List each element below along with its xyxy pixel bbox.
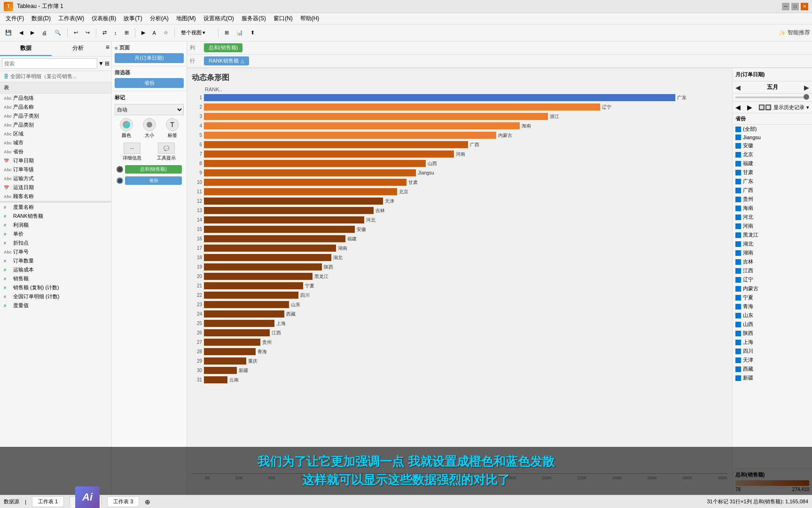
field-product-package[interactable]: Abc 产品包络 bbox=[0, 94, 111, 103]
province-item[interactable]: Jiangsu bbox=[733, 134, 812, 141]
field-rank-sales[interactable]: # RANK销售额 bbox=[0, 212, 111, 221]
bar[interactable] bbox=[204, 198, 383, 205]
province-item[interactable]: 河南 bbox=[733, 222, 812, 230]
col-pill[interactable]: 总和(销售额) bbox=[204, 43, 242, 52]
toolbar-back[interactable]: ◀ bbox=[16, 26, 26, 40]
row-pill[interactable]: RANK销售额 △ bbox=[204, 56, 249, 65]
province-checkbox[interactable] bbox=[735, 268, 741, 274]
toolbar-chart[interactable]: 📊 bbox=[233, 26, 246, 40]
province-checkbox[interactable] bbox=[735, 277, 741, 283]
close-btn[interactable]: ✕ bbox=[801, 3, 808, 10]
bar[interactable] bbox=[204, 329, 270, 336]
bar[interactable] bbox=[204, 94, 675, 101]
province-item[interactable]: 山西 bbox=[733, 320, 812, 329]
history-toggle[interactable]: 🔲🔲 显示历史记录 ▾ bbox=[758, 104, 809, 111]
province-checkbox[interactable] bbox=[735, 143, 741, 149]
province-checkbox[interactable] bbox=[735, 170, 741, 175]
sheet-tab-3[interactable]: 工作表 3 bbox=[107, 496, 139, 507]
toolbar-play[interactable]: ▶ bbox=[138, 26, 148, 40]
field-national-orders[interactable]: # 全国订单明细 (计数) bbox=[0, 292, 111, 301]
field-province[interactable]: Abc 省份 bbox=[0, 147, 111, 156]
menu-dashboard[interactable]: 仪表板(B) bbox=[88, 14, 120, 24]
bar[interactable] bbox=[204, 245, 336, 252]
toolbar-highlight[interactable]: ☆ bbox=[160, 26, 172, 40]
toolbar-add-label[interactable]: A bbox=[149, 26, 159, 40]
slider-thumb[interactable] bbox=[804, 94, 809, 100]
province-checkbox[interactable] bbox=[735, 259, 741, 265]
field-product-subcategory[interactable]: Abc 产品子类别 bbox=[0, 111, 111, 120]
field-customer[interactable]: Abc 顾客名称 bbox=[0, 192, 111, 201]
play-btn[interactable]: ◀ bbox=[735, 103, 741, 111]
province-field-pill[interactable]: 省份 bbox=[125, 176, 182, 185]
page-pill[interactable]: 月(订单日期) bbox=[115, 53, 184, 63]
toolbar-redo[interactable]: ↪ bbox=[82, 26, 93, 40]
field-order-qty[interactable]: # 订单数量 bbox=[0, 256, 111, 265]
bar[interactable] bbox=[204, 254, 331, 261]
bar[interactable] bbox=[204, 273, 312, 280]
bar[interactable] bbox=[204, 357, 246, 365]
toolbar-undo[interactable]: ↩ bbox=[70, 26, 81, 40]
province-checkbox[interactable] bbox=[735, 349, 741, 354]
bar[interactable] bbox=[204, 122, 520, 129]
play-btn2[interactable]: ▶ bbox=[747, 103, 752, 111]
field-measure-name[interactable]: # 度量名称 bbox=[0, 203, 111, 212]
mark-detail[interactable]: ··· 详细信息 bbox=[123, 143, 141, 161]
bar[interactable] bbox=[204, 216, 364, 223]
field-region[interactable]: Abc 区域 bbox=[0, 129, 111, 138]
province-item[interactable]: 天津 bbox=[733, 356, 812, 365]
province-checkbox[interactable] bbox=[735, 304, 741, 310]
smart-recommend[interactable]: ✨ 智能推荐 bbox=[779, 29, 810, 37]
province-item[interactable]: 吉林 bbox=[733, 257, 812, 266]
province-checkbox[interactable] bbox=[735, 322, 741, 327]
province-item[interactable]: 青海 bbox=[733, 302, 812, 311]
field-profit[interactable]: # 利润额 bbox=[0, 221, 111, 230]
menu-data[interactable]: 数据(D) bbox=[28, 14, 55, 24]
province-checkbox[interactable] bbox=[735, 206, 741, 211]
province-checkbox[interactable] bbox=[735, 375, 741, 381]
bar[interactable] bbox=[204, 263, 322, 270]
field-city[interactable]: Abc 城市 bbox=[0, 138, 111, 147]
sort-icon[interactable]: ⊞ bbox=[105, 60, 109, 67]
field-sales[interactable]: # 销售额 bbox=[0, 274, 111, 283]
province-item[interactable]: 广西 bbox=[733, 186, 812, 195]
province-item[interactable]: 宁夏 bbox=[733, 293, 812, 302]
province-item[interactable]: 湖北 bbox=[733, 239, 812, 248]
province-checkbox[interactable] bbox=[735, 331, 741, 336]
sales-field-pill[interactable]: 总和(销售额) bbox=[125, 165, 182, 174]
menu-help[interactable]: 帮助(H) bbox=[297, 14, 323, 24]
toolbar-view-select[interactable]: 整个视图 ▾ bbox=[178, 26, 215, 40]
toolbar-sort[interactable]: ↕ bbox=[111, 26, 120, 40]
datasource-tab[interactable]: 数据源 bbox=[4, 498, 19, 505]
toolbar-find[interactable]: 🔍 bbox=[51, 26, 64, 40]
province-item[interactable]: 黑龙江 bbox=[733, 230, 812, 239]
bar[interactable] bbox=[204, 226, 355, 233]
field-order-date[interactable]: 📅 订单日期 bbox=[0, 156, 111, 165]
toolbar-print[interactable]: 🖨 bbox=[39, 26, 50, 40]
mark-color[interactable]: 颜色 bbox=[120, 118, 133, 139]
province-item[interactable]: 内蒙古 bbox=[733, 284, 812, 293]
field-discount[interactable]: # 折扣点 bbox=[0, 238, 111, 247]
province-item[interactable]: 甘肃 bbox=[733, 168, 812, 177]
maximize-btn[interactable]: □ bbox=[791, 3, 799, 10]
menu-window[interactable]: 窗口(N) bbox=[270, 14, 297, 24]
field-order-level[interactable]: Abc 订单等级 bbox=[0, 165, 111, 174]
province-checkbox[interactable] bbox=[735, 340, 741, 345]
mark-size[interactable]: 大小 bbox=[143, 118, 156, 139]
bar[interactable] bbox=[204, 292, 298, 299]
next-month-btn[interactable]: ▶ bbox=[804, 84, 809, 91]
toolbar-table[interactable]: ⊞ bbox=[221, 26, 232, 40]
field-measure-value[interactable]: # 度量值 bbox=[0, 301, 111, 310]
toolbar-group[interactable]: ⊞ bbox=[121, 26, 132, 40]
field-ship-cost[interactable]: # 运输成本 bbox=[0, 265, 111, 274]
bar[interactable] bbox=[204, 348, 256, 355]
province-checkbox[interactable] bbox=[735, 214, 741, 220]
province-item[interactable]: 西藏 bbox=[733, 365, 812, 373]
province-checkbox[interactable] bbox=[735, 241, 741, 247]
province-checkbox[interactable] bbox=[735, 152, 741, 158]
field-ship-date[interactable]: 📅 运送日期 bbox=[0, 183, 111, 192]
bar[interactable] bbox=[204, 376, 227, 383]
sheet-tab-1[interactable]: 工作表 1 bbox=[32, 496, 64, 507]
minimize-btn[interactable]: ─ bbox=[782, 3, 789, 10]
province-item[interactable]: 广东 bbox=[733, 177, 812, 186]
toolbar-swap[interactable]: ⇄ bbox=[99, 26, 110, 40]
